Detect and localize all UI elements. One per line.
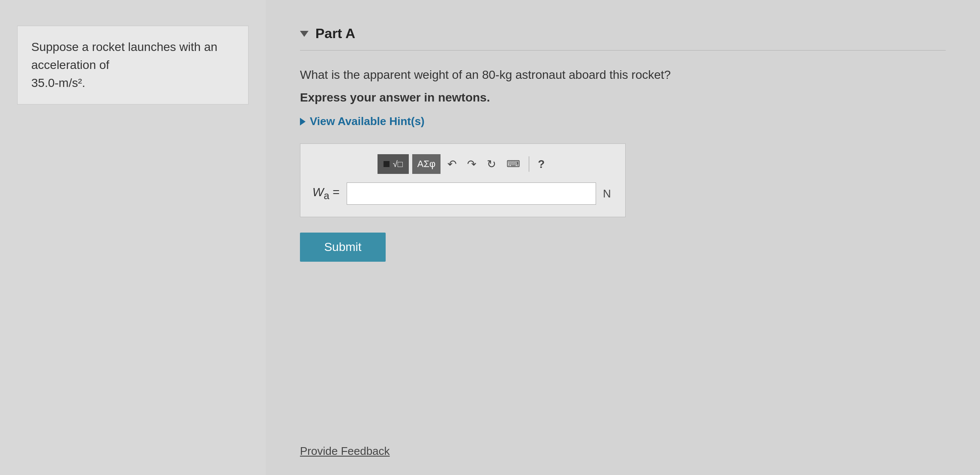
input-row: Wa = N	[312, 182, 613, 205]
undo-icon: ↶	[447, 158, 457, 171]
hint-row[interactable]: View Available Hint(s)	[300, 115, 946, 128]
help-button[interactable]: ?	[534, 156, 548, 173]
black-square-icon	[384, 161, 390, 167]
hint-label[interactable]: View Available Hint(s)	[310, 115, 425, 128]
problem-text-line2: 35.0-m/s².	[31, 76, 85, 90]
refresh-button[interactable]: ↻	[483, 156, 500, 173]
feedback-link[interactable]: Provide Feedback	[300, 445, 946, 458]
equation-label: Wa =	[312, 185, 340, 202]
undo-button[interactable]: ↶	[444, 156, 460, 173]
toolbar: √□ ΑΣφ ↶ ↷ ↻ ⌨ ?	[312, 154, 613, 174]
part-title: Part A	[315, 26, 355, 42]
answer-input[interactable]	[347, 182, 596, 205]
problem-box: Suppose a rocket launches with an accele…	[17, 26, 249, 105]
left-panel: Suppose a rocket launches with an accele…	[0, 0, 266, 475]
refresh-icon: ↻	[487, 158, 496, 171]
right-panel: Part A What is the apparent weight of an…	[266, 0, 980, 475]
part-header: Part A	[300, 26, 946, 51]
greek-symbols-button[interactable]: ΑΣφ	[412, 154, 441, 174]
keyboard-icon: ⌨	[506, 158, 520, 170]
express-text: Express your answer in newtons.	[300, 91, 946, 105]
sqrt-symbol: √□	[393, 159, 403, 169]
answer-box: √□ ΑΣφ ↶ ↷ ↻ ⌨ ? Wa =	[300, 143, 626, 217]
problem-text-line1: Suppose a rocket launches with an accele…	[31, 40, 217, 72]
hint-chevron-icon	[300, 118, 306, 125]
math-editor-button[interactable]: √□	[378, 154, 409, 174]
redo-icon: ↷	[467, 158, 477, 171]
unit-label: N	[603, 187, 613, 200]
greek-label: ΑΣφ	[417, 158, 436, 170]
redo-button[interactable]: ↷	[464, 156, 480, 173]
collapse-chevron-icon[interactable]	[300, 31, 309, 37]
question-mark-icon: ?	[538, 158, 545, 171]
question-text: What is the apparent weight of an 80-kg …	[300, 66, 946, 84]
submit-button[interactable]: Submit	[300, 233, 386, 262]
keyboard-button[interactable]: ⌨	[503, 157, 524, 171]
toolbar-separator	[529, 156, 529, 172]
